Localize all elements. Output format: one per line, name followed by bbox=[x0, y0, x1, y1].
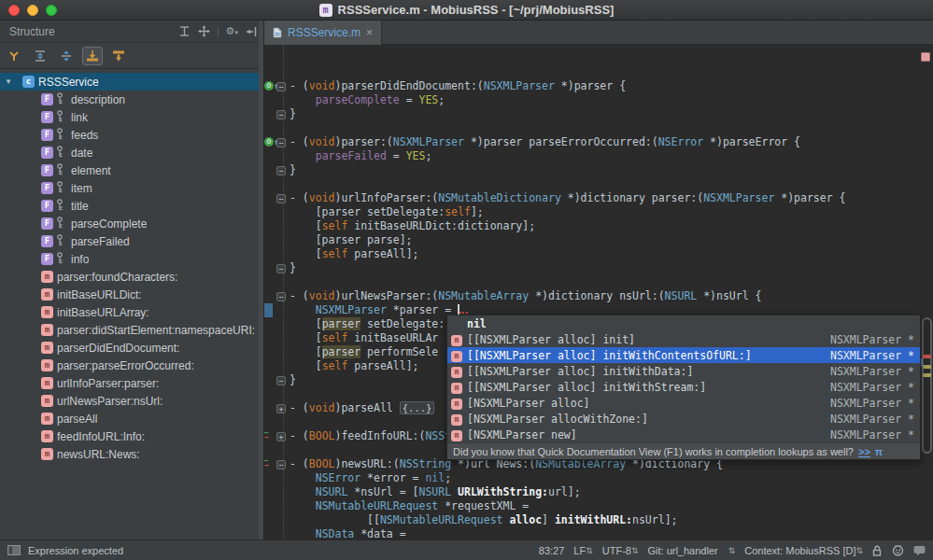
completion-item[interactable]: m[[NSXMLParser alloc] initWithData:]NSXM… bbox=[447, 363, 920, 379]
tree-row-method[interactable]: mparser:didStartElement:namespaceURI: bbox=[0, 321, 263, 339]
gear-icon[interactable]: ⚙▾ bbox=[226, 25, 238, 37]
tree-row-method[interactable]: mparserDidEndDocument: bbox=[0, 339, 263, 357]
recursive-call-icon[interactable]: ←→ bbox=[264, 429, 276, 443]
tree-row-field[interactable]: Fitem bbox=[0, 179, 263, 197]
tree-row-method[interactable]: minitBaseURLArray: bbox=[0, 303, 263, 321]
structure-panel-title: Structure bbox=[9, 25, 178, 38]
expand-all-button[interactable] bbox=[30, 47, 50, 65]
tree-row-method[interactable]: mparseAll bbox=[0, 410, 263, 427]
tree-row-method[interactable]: mparser:parseErrorOccurred: bbox=[0, 357, 263, 374]
tree-row-method[interactable]: murlInfoParser:parser: bbox=[0, 374, 263, 392]
traffic-lights bbox=[8, 5, 57, 16]
code-line: −} bbox=[264, 107, 933, 121]
tree-row-field[interactable]: Felement bbox=[0, 161, 263, 179]
tree-row-class[interactable]: ▼cRSSService bbox=[0, 73, 263, 91]
minimize-window-button[interactable] bbox=[27, 5, 38, 16]
gutter-cell bbox=[264, 275, 290, 289]
code-line: NSError *error = nil; bbox=[264, 471, 933, 485]
tree-row-method[interactable]: mparser:foundCharacters: bbox=[0, 268, 263, 286]
file-error-indicator[interactable] bbox=[921, 52, 930, 62]
tree-expand-arrow-icon[interactable]: ▼ bbox=[0, 77, 17, 86]
tree-row-method[interactable]: mnewsURL:News: bbox=[0, 445, 263, 463]
event-log-balloon-icon[interactable] bbox=[913, 545, 926, 556]
collapse-all-button[interactable] bbox=[56, 47, 77, 65]
completion-item[interactable]: m[NSXMLParser alloc]NSXMLParser * bbox=[447, 395, 920, 411]
autoscroll-from-source-icon[interactable] bbox=[198, 25, 210, 37]
line-separator-selector[interactable]: LF⇅ bbox=[573, 545, 592, 556]
zoom-window-button[interactable] bbox=[46, 5, 57, 16]
completion-item[interactable]: m[[NSXMLParser alloc] initWithStream:]NS… bbox=[447, 379, 920, 395]
gutter-cell bbox=[264, 331, 290, 345]
tree-row-field[interactable]: Fdate bbox=[0, 144, 263, 161]
show-fields-button[interactable] bbox=[82, 47, 103, 65]
code-line: [self parseAll]; bbox=[264, 247, 933, 261]
autoscroll-to-source-icon[interactable] bbox=[178, 25, 191, 37]
key-icon bbox=[56, 163, 64, 178]
code-line: −- (void)urlNewsParser:(NSMutableArray *… bbox=[264, 289, 933, 303]
completion-item[interactable]: m[NSXMLParser allocWithZone:]NSXMLParser… bbox=[447, 411, 920, 427]
close-window-button[interactable] bbox=[8, 5, 20, 16]
show-inherited-button[interactable] bbox=[108, 47, 129, 65]
code-area[interactable]: o↑−- (void)parserDidEndDocument:(NSXMLPa… bbox=[264, 45, 933, 539]
hint-next-tip-link[interactable]: >> bbox=[858, 446, 870, 457]
structure-scrollbar[interactable] bbox=[259, 21, 263, 539]
hide-panel-icon[interactable] bbox=[246, 26, 258, 37]
highlighting-level-icon[interactable] bbox=[892, 544, 904, 556]
caret-position[interactable]: 83:27 bbox=[539, 545, 565, 556]
key-icon bbox=[56, 110, 64, 125]
fold-collapsed-icon[interactable]: + bbox=[276, 404, 286, 413]
fold-end-icon[interactable]: − bbox=[276, 264, 286, 273]
sort-by-type-button[interactable] bbox=[4, 47, 24, 65]
tree-row-method[interactable]: murlNewsParser:nsUrl: bbox=[0, 392, 263, 410]
readonly-lock-icon[interactable] bbox=[872, 545, 883, 556]
fold-end-icon[interactable]: − bbox=[276, 166, 286, 175]
tree-row-field[interactable]: FparseFailed bbox=[0, 232, 263, 250]
run-context-selector[interactable]: Context: MobiusRSS [D]⇅ bbox=[744, 545, 863, 556]
warning-stripe-mark[interactable] bbox=[923, 365, 931, 369]
fold-collapsed-icon[interactable]: + bbox=[276, 432, 286, 441]
tree-row-field[interactable]: Finfo bbox=[0, 250, 263, 268]
error-stripe-mark[interactable] bbox=[923, 355, 931, 358]
editor-scrollbar-thumb[interactable] bbox=[922, 317, 932, 454]
toolwindows-toggle-icon[interactable] bbox=[7, 545, 21, 555]
fold-end-icon[interactable]: − bbox=[276, 110, 286, 119]
gutter-cell bbox=[264, 471, 290, 485]
class-name: RSSService bbox=[38, 76, 99, 89]
field-icon: F bbox=[41, 217, 53, 230]
tree-row-method[interactable]: minitBaseURLDict: bbox=[0, 286, 263, 303]
fold-end-icon[interactable]: − bbox=[276, 376, 286, 385]
fold-open-icon[interactable]: − bbox=[276, 460, 286, 469]
completion-item[interactable]: nil bbox=[447, 315, 920, 331]
toolbar-separator bbox=[218, 26, 219, 37]
tree-row-field[interactable]: Ffeeds bbox=[0, 126, 263, 144]
code-line: o↑−- (void)parserDidEndDocument:(NSXMLPa… bbox=[264, 79, 933, 93]
completion-item-label: nil bbox=[467, 317, 914, 330]
gutter-cell bbox=[264, 303, 290, 317]
gutter-cell bbox=[264, 121, 290, 135]
git-branch-selector[interactable]: Git: url_handler⇅ bbox=[647, 545, 735, 556]
completion-item-icon-cell: m bbox=[451, 396, 467, 410]
completion-item[interactable]: m[NSXMLParser new]NSXMLParser * bbox=[447, 427, 920, 442]
tree-row-field[interactable]: FparseComplete bbox=[0, 215, 263, 232]
fold-open-icon[interactable]: − bbox=[276, 138, 286, 147]
tree-row-method[interactable]: mfeedInfoURL:Info: bbox=[0, 427, 263, 445]
tab-close-icon[interactable]: × bbox=[366, 28, 373, 37]
tree-row-field[interactable]: Fdescription bbox=[0, 91, 263, 108]
fold-open-icon[interactable]: − bbox=[276, 292, 286, 301]
method-icon: m bbox=[451, 414, 462, 426]
completion-item[interactable]: m[[NSXMLParser alloc] initWithContentsOf… bbox=[447, 347, 920, 363]
tree-row-field[interactable]: Ftitle bbox=[0, 197, 263, 215]
fold-open-icon[interactable]: − bbox=[276, 82, 286, 91]
warning-stripe-mark[interactable] bbox=[923, 373, 931, 377]
code-text: - (void)parser:(NSXMLParser *)parser par… bbox=[290, 135, 800, 149]
status-message[interactable]: Expression expected bbox=[28, 545, 123, 556]
encoding-selector[interactable]: UTF-8⇅ bbox=[602, 545, 639, 556]
hint-pi-icon[interactable]: π bbox=[875, 446, 883, 457]
completion-item[interactable]: m[[NSXMLParser alloc] init]NSXMLParser * bbox=[447, 331, 920, 347]
tab-rssservice[interactable]: RSSService.m × bbox=[264, 21, 382, 45]
tree-row-field[interactable]: Flink bbox=[0, 108, 263, 126]
code-line: −} bbox=[264, 163, 933, 177]
fold-open-icon[interactable]: − bbox=[276, 194, 286, 203]
recursive-call-icon[interactable]: ←→ bbox=[264, 457, 276, 471]
gutter-cell bbox=[264, 415, 290, 429]
